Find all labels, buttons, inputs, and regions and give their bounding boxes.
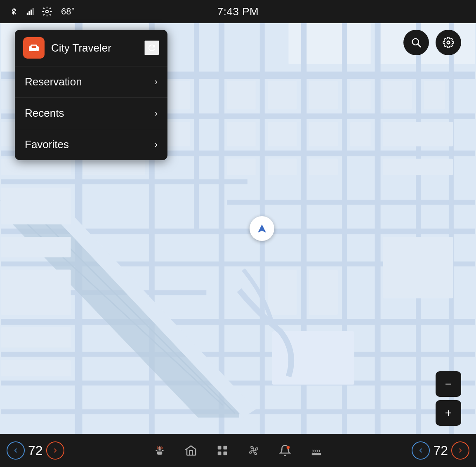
- svg-rect-50: [227, 122, 256, 146]
- svg-point-76: [35, 51, 38, 53]
- nav-item-fan[interactable]: [245, 441, 263, 460]
- status-settings-icon: [41, 6, 53, 17]
- svg-rect-46: [383, 80, 412, 109]
- reservation-label: Reservation: [25, 75, 82, 88]
- svg-rect-66: [1, 327, 71, 348]
- left-temperature: 72: [28, 443, 43, 458]
- svg-rect-33: [375, 23, 381, 434]
- svg-rect-22: [1, 319, 475, 325]
- svg-rect-55: [83, 159, 145, 175]
- svg-point-86: [287, 446, 290, 449]
- svg-rect-83: [218, 452, 222, 455]
- left-temp-decrease[interactable]: [7, 441, 25, 460]
- svg-rect-54: [383, 122, 453, 146]
- svg-rect-57: [268, 159, 297, 175]
- menu-item-reservation[interactable]: Reservation ›: [15, 66, 167, 98]
- search-button[interactable]: [403, 30, 429, 55]
- svg-rect-47: [424, 80, 445, 109]
- svg-rect-17: [1, 179, 247, 184]
- signal-icon: [25, 6, 36, 17]
- svg-rect-82: [224, 446, 227, 450]
- svg-rect-64: [1, 237, 71, 257]
- svg-point-75: [30, 51, 32, 53]
- app-icon-wrapper: [23, 37, 45, 59]
- svg-rect-28: [194, 23, 199, 229]
- nav-item-home[interactable]: [182, 441, 200, 460]
- recents-chevron: ›: [155, 108, 158, 119]
- svg-rect-44: [309, 80, 338, 109]
- recents-label: Recents: [25, 107, 64, 120]
- svg-rect-68: [268, 270, 297, 315]
- refresh-button[interactable]: [144, 40, 159, 55]
- right-temp-decrease[interactable]: [412, 441, 430, 460]
- svg-rect-43: [268, 80, 297, 109]
- refresh-icon: [147, 43, 157, 53]
- svg-rect-87: [312, 453, 321, 455]
- svg-rect-45: [350, 80, 371, 109]
- app-card: City Traveler Reservation › Recents › Fa…: [15, 30, 167, 160]
- svg-line-3: [14, 12, 16, 14]
- bottom-bar: 72: [0, 434, 476, 467]
- zoom-out-button[interactable]: −: [436, 371, 461, 397]
- svg-rect-51: [268, 122, 297, 146]
- svg-line-0: [12, 9, 14, 11]
- svg-rect-24: [1, 381, 475, 386]
- favorites-label: Favorites: [25, 138, 69, 151]
- svg-rect-23: [1, 352, 475, 357]
- settings-icon: [443, 37, 454, 48]
- zoom-out-label: −: [445, 377, 452, 391]
- location-marker: [250, 216, 274, 241]
- zoom-in-label: +: [445, 406, 452, 420]
- left-temp-increase[interactable]: [46, 441, 64, 460]
- svg-rect-53: [350, 122, 371, 146]
- svg-point-8: [46, 10, 49, 13]
- svg-point-80: [447, 41, 450, 44]
- svg-marker-72: [258, 224, 266, 233]
- menu-item-favorites[interactable]: Favorites ›: [15, 129, 167, 160]
- menu-item-recents[interactable]: Recents ›: [15, 98, 167, 129]
- svg-rect-56: [227, 159, 256, 175]
- reservation-chevron: ›: [155, 77, 158, 87]
- svg-rect-67: [1, 360, 71, 377]
- svg-rect-34: [416, 23, 421, 434]
- search-icon: [410, 37, 422, 48]
- svg-rect-42: [227, 80, 256, 109]
- svg-rect-58: [309, 159, 338, 175]
- svg-rect-6: [31, 9, 32, 15]
- status-bar: 68° 7:43 PM: [0, 0, 476, 23]
- svg-rect-5: [28, 11, 30, 15]
- right-temperature: 72: [433, 443, 448, 458]
- right-temp-increase[interactable]: [451, 441, 469, 460]
- svg-rect-59: [383, 159, 453, 175]
- svg-rect-7: [33, 8, 34, 15]
- svg-rect-63: [1, 187, 71, 224]
- nav-item-heat-rear[interactable]: [307, 441, 325, 460]
- svg-rect-62: [1, 159, 71, 175]
- top-right-buttons: [403, 30, 461, 55]
- left-temp-controls: 72: [7, 441, 64, 460]
- nav-item-grid[interactable]: [213, 441, 231, 460]
- svg-rect-52: [309, 122, 338, 146]
- status-temperature: 68°: [61, 6, 75, 17]
- svg-line-79: [418, 44, 420, 47]
- svg-rect-4: [27, 13, 28, 15]
- svg-point-85: [253, 450, 255, 452]
- svg-rect-65: [1, 270, 71, 315]
- app-title: City Traveler: [51, 42, 138, 54]
- settings-button[interactable]: [436, 30, 461, 55]
- bottom-nav: [64, 441, 412, 460]
- bluetooth-icon: [8, 6, 20, 17]
- svg-rect-84: [224, 452, 227, 455]
- svg-rect-81: [218, 446, 222, 450]
- svg-rect-71: [383, 237, 453, 298]
- svg-rect-77: [32, 46, 36, 48]
- right-temp-controls: 72: [412, 441, 469, 460]
- nav-item-heat-seat[interactable]: [151, 441, 169, 460]
- status-time: 7:43 PM: [217, 5, 259, 18]
- app-header: City Traveler: [15, 30, 167, 66]
- zoom-buttons: − +: [436, 371, 461, 426]
- favorites-chevron: ›: [155, 139, 158, 150]
- nav-item-bell[interactable]: [276, 441, 294, 460]
- svg-rect-69: [309, 270, 338, 315]
- zoom-in-button[interactable]: +: [436, 400, 461, 426]
